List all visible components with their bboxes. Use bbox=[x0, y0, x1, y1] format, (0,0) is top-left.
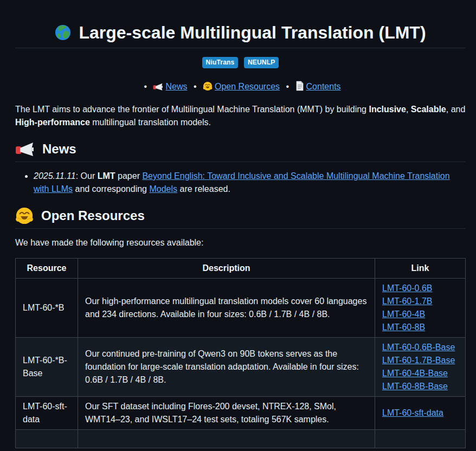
nav-link-label: News bbox=[165, 82, 187, 91]
page-icon bbox=[295, 81, 304, 91]
column-header-resource: Resource bbox=[16, 259, 78, 279]
nav-link-label: Open Resources bbox=[215, 82, 280, 91]
intro-paragraph: The LMT aims to advance the frontier of … bbox=[15, 103, 466, 129]
italic-text: 2025.11.11 bbox=[34, 171, 76, 181]
links-cell bbox=[375, 430, 466, 448]
news-heading-text: News bbox=[42, 140, 76, 158]
resource-link[interactable]: LMT-60-0.6B bbox=[382, 284, 432, 293]
bold-text: Inclusive bbox=[369, 105, 406, 114]
nav-separator: • bbox=[286, 82, 290, 91]
text-run: , bbox=[406, 105, 411, 114]
resource-link[interactable]: LMT-60-1.7B-Base bbox=[382, 356, 455, 365]
page-title-text: Large-scale Multilingual Translation (LM… bbox=[79, 22, 426, 43]
badge-row: NiuTrans NEUNLP bbox=[15, 57, 466, 68]
nav-link-news[interactable]: News bbox=[153, 82, 187, 91]
text-run: The LMT aims to advance the frontier of … bbox=[15, 105, 369, 114]
hugging-face-icon bbox=[15, 207, 34, 225]
bold-text: Scalable bbox=[411, 105, 446, 114]
resources-table: Resource Description Link LMT-60-*BOur h… bbox=[15, 258, 466, 448]
links-cell: LMT-60-0.6B-BaseLMT-60-1.7B-BaseLMT-60-4… bbox=[375, 338, 466, 397]
table-row: LMT-60-*B-BaseOur continued pre-training… bbox=[16, 338, 466, 397]
bold-text: LMT bbox=[98, 171, 115, 181]
resource-link[interactable]: LMT-60-4B-Base bbox=[382, 369, 448, 378]
table-row-partial bbox=[16, 430, 466, 448]
globe-icon bbox=[55, 24, 71, 41]
description-cell: Our continued pre-training of Qwen3 on 9… bbox=[78, 338, 375, 397]
resource-link[interactable]: LMT-60-8B bbox=[382, 323, 425, 332]
resource-link[interactable]: LMT-60-4B bbox=[382, 310, 425, 319]
megaphone-icon bbox=[153, 82, 163, 91]
description-cell: Our SFT dataset including Flores-200 dev… bbox=[78, 397, 375, 430]
text-run: and corresponding bbox=[73, 184, 149, 194]
megaphone-icon bbox=[15, 141, 35, 157]
open-resources-heading-text: Open Resources bbox=[41, 207, 145, 225]
nav-links: • News • Open Resources • Contents bbox=[15, 80, 466, 93]
news-item: 2025.11.11: Our LMT paper Beyond English… bbox=[34, 170, 466, 196]
nav-link-open-resources[interactable]: Open Resources bbox=[203, 82, 280, 91]
nav-separator: • bbox=[194, 82, 197, 91]
description-cell: Our high-performance multilingual transl… bbox=[78, 279, 375, 338]
resource-link[interactable]: LMT-60-0.6B-Base bbox=[382, 343, 455, 352]
resource-cell: LMT-60-*B bbox=[16, 279, 78, 338]
resource-cell: LMT-60-sft-data bbox=[16, 397, 78, 430]
table-header-row: Resource Description Link bbox=[16, 259, 466, 279]
resource-link[interactable]: LMT-60-1.7B bbox=[382, 297, 432, 306]
resources-intro: We have made the following resources ava… bbox=[15, 236, 466, 249]
resource-cell: LMT-60-*B-Base bbox=[16, 338, 78, 397]
inline-link[interactable]: Models bbox=[149, 184, 177, 194]
nav-link-label: Contents bbox=[306, 82, 341, 91]
bold-text: High-performance bbox=[15, 118, 90, 127]
niutrans-badge[interactable]: NiuTrans bbox=[202, 57, 239, 68]
table-row: LMT-60-*BOur high-performance multilingu… bbox=[16, 279, 466, 338]
text-run: multilingual translation models. bbox=[90, 118, 211, 127]
column-header-description: Description bbox=[78, 259, 375, 279]
resource-link[interactable]: LMT-60-sft-data bbox=[382, 408, 443, 417]
open-resources-heading: Open Resources bbox=[15, 207, 466, 229]
news-heading: News bbox=[15, 140, 466, 162]
description-cell bbox=[78, 430, 375, 448]
neunlp-badge[interactable]: NEUNLP bbox=[244, 57, 279, 68]
text-run: : Our bbox=[76, 171, 98, 181]
text-run: are released. bbox=[177, 184, 230, 194]
table-row: LMT-60-sft-dataOur SFT dataset including… bbox=[16, 397, 466, 430]
links-cell: LMT-60-0.6BLMT-60-1.7BLMT-60-4BLMT-60-8B bbox=[375, 279, 466, 338]
resource-cell bbox=[16, 430, 78, 448]
text-run: paper bbox=[115, 171, 143, 181]
news-list: 2025.11.11: Our LMT paper Beyond English… bbox=[15, 170, 466, 196]
nav-separator: • bbox=[144, 82, 147, 91]
column-header-link: Link bbox=[375, 259, 466, 279]
text-run: , and bbox=[446, 105, 466, 114]
links-cell: LMT-60-sft-data bbox=[375, 397, 466, 430]
page-title: Large-scale Multilingual Translation (LM… bbox=[15, 22, 466, 48]
resources-table-body: LMT-60-*BOur high-performance multilingu… bbox=[16, 279, 466, 448]
hugging-face-icon bbox=[203, 81, 213, 91]
readme-content: Large-scale Multilingual Translation (LM… bbox=[0, 0, 476, 448]
resource-link[interactable]: LMT-60-8B-Base bbox=[382, 382, 448, 391]
nav-link-contents[interactable]: Contents bbox=[295, 82, 341, 91]
